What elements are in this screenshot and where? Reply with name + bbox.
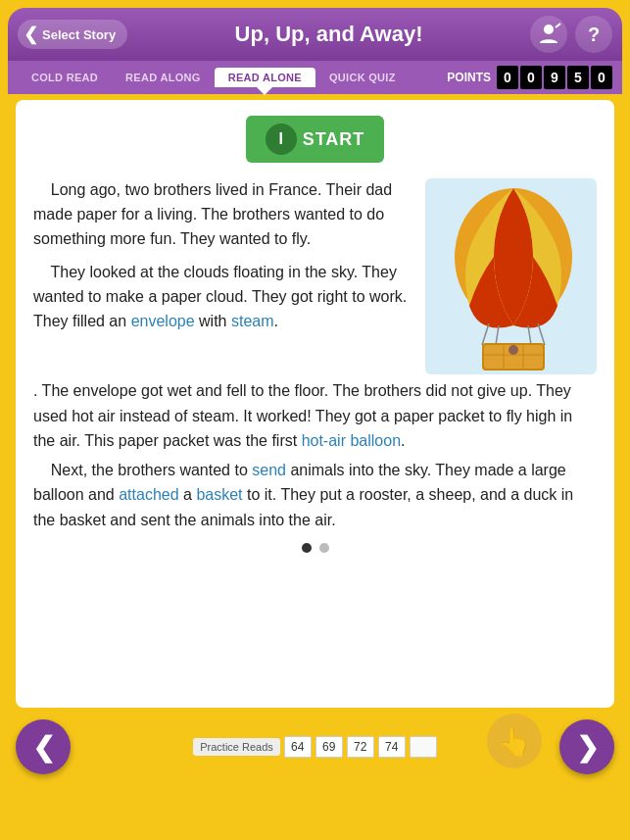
- prev-button[interactable]: ❮: [16, 719, 71, 774]
- vocab-hot-air-balloon[interactable]: hot-air balloon: [302, 432, 401, 449]
- next-arrow-icon: ❯: [576, 731, 599, 764]
- tab-cold-read[interactable]: COLD READ: [18, 68, 112, 87]
- digit-0: 0: [497, 66, 518, 89]
- balloon-illustration: [425, 178, 597, 374]
- bottom-center: Practice Reads 64 69 72 74: [193, 736, 437, 758]
- svg-point-13: [509, 345, 518, 355]
- pagination-dot-1[interactable]: [302, 543, 312, 553]
- points-label: POINTS: [447, 71, 491, 84]
- vocab-steam[interactable]: steam: [231, 313, 274, 329]
- paragraph3: Next, the brothers wanted to send animal…: [33, 458, 597, 533]
- tab-quick-quiz[interactable]: QUICK QUIZ: [315, 68, 410, 87]
- vocab-attached[interactable]: attached: [119, 486, 178, 503]
- help-button[interactable]: ?: [575, 16, 612, 53]
- paragraph2-full: . The envelope got wet and fell to the f…: [33, 378, 597, 454]
- reading-left: Long ago, two brothers lived in France. …: [33, 178, 413, 374]
- next-button[interactable]: ❯: [559, 719, 614, 774]
- reading-top: Long ago, two brothers lived in France. …: [33, 178, 597, 374]
- teacher-icon: [536, 22, 561, 47]
- reading-area: Long ago, two brothers lived in France. …: [33, 178, 597, 533]
- vocab-basket[interactable]: basket: [196, 486, 242, 503]
- svg-text:👆: 👆: [498, 725, 532, 758]
- header: ❮ Select Story Up, Up, and Away! ?: [8, 8, 622, 61]
- back-button[interactable]: ❮ Select Story: [18, 20, 127, 49]
- header-icons: ?: [530, 16, 612, 53]
- question-mark-icon: ?: [588, 24, 600, 46]
- svg-point-0: [544, 25, 554, 34]
- prev-arrow-icon: ❮: [32, 731, 55, 764]
- nav-bar: COLD READ READ ALONG READ ALONE QUICK QU…: [8, 61, 622, 94]
- pagination: [33, 543, 597, 553]
- practice-reads-label: Practice Reads: [193, 738, 280, 756]
- paragraph2-start: They looked at the clouds floating in th…: [33, 261, 413, 333]
- vocab-send[interactable]: send: [252, 462, 286, 478]
- balloon-svg: [425, 178, 597, 374]
- digit-2: 9: [544, 66, 565, 89]
- practice-read-1[interactable]: 64: [284, 736, 312, 758]
- bottom-bar: ❮ Practice Reads 64 69 72 74 👆 ❯: [8, 714, 622, 780]
- points-digits: 0 0 9 5 0: [497, 66, 612, 89]
- back-chevron-icon: ❮: [24, 24, 38, 45]
- teacher-button[interactable]: [530, 16, 567, 53]
- digit-1: 0: [520, 66, 542, 89]
- practice-read-2[interactable]: 69: [315, 736, 343, 758]
- pagination-dot-2[interactable]: [319, 543, 329, 553]
- start-button[interactable]: I START: [246, 116, 385, 163]
- start-button-container: I START: [33, 116, 597, 163]
- digit-4: 0: [591, 66, 612, 89]
- page-title: Up, Up, and Away!: [127, 22, 530, 47]
- points-area: POINTS 0 0 9 5 0: [447, 66, 612, 89]
- practice-read-3[interactable]: 72: [347, 736, 374, 758]
- start-label: START: [303, 129, 365, 150]
- tab-read-along[interactable]: READ ALONG: [112, 68, 215, 87]
- tab-read-alone[interactable]: READ ALONE: [215, 68, 315, 87]
- hand-icon: 👆: [485, 712, 544, 770]
- play-icon: I: [266, 124, 297, 155]
- vocab-envelope[interactable]: envelope: [131, 313, 195, 329]
- practice-read-5[interactable]: [410, 736, 437, 758]
- practice-read-4[interactable]: 74: [378, 736, 406, 758]
- main-content: I START Long ago, two brothers lived in …: [16, 100, 614, 708]
- back-label: Select Story: [42, 27, 116, 42]
- practice-reads: Practice Reads 64 69 72 74: [193, 736, 437, 758]
- nav-tabs: COLD READ READ ALONG READ ALONE QUICK QU…: [18, 68, 447, 87]
- digit-3: 5: [567, 66, 589, 89]
- paragraph1: Long ago, two brothers lived in France. …: [33, 178, 413, 251]
- svg-line-1: [556, 24, 560, 27]
